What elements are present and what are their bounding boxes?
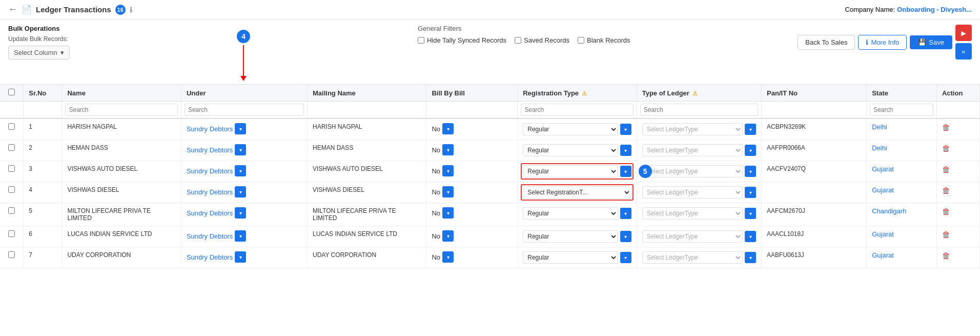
row-bill-dropdown[interactable]: ▾	[442, 165, 454, 176]
row-type-dropdown[interactable]: ▾	[745, 252, 756, 263]
name-search-input[interactable]	[65, 104, 177, 116]
row-under-value[interactable]: Sundry Debtors	[187, 232, 233, 240]
row-type-select[interactable]: Select LedgerType	[642, 165, 743, 177]
row-reg-dropdown[interactable]: ▾	[620, 124, 631, 135]
reg-search-input[interactable]	[521, 104, 633, 116]
row-type-dropdown[interactable]: ▾	[745, 166, 756, 177]
save-button[interactable]: 💾 Save	[910, 35, 952, 49]
delete-row-button[interactable]: 🗑	[942, 144, 950, 153]
more-info-button[interactable]: ℹ More Info	[858, 35, 907, 50]
row-type-ledger: Select LedgerType▾	[637, 203, 761, 226]
collapse-icon: «	[962, 48, 965, 55]
row-type-select[interactable]: Select LedgerType	[642, 251, 743, 264]
filter-saved[interactable]: Saved Records	[515, 36, 569, 44]
delete-row-button[interactable]: 🗑	[942, 230, 950, 240]
delete-row-button[interactable]: 🗑	[942, 165, 950, 174]
row-bill-dropdown[interactable]: ▾	[442, 123, 454, 134]
select-all-checkbox[interactable]	[8, 89, 15, 95]
row-reg-dropdown[interactable]: ▾	[620, 231, 631, 242]
row-reg-select[interactable]: Regular	[523, 123, 618, 135]
row-name: LUCAS INDIAN SERVICE LTD	[62, 226, 181, 247]
select-column-button[interactable]: Select Column ▾	[8, 46, 70, 60]
row-under-dropdown[interactable]: ▾	[235, 186, 246, 197]
row-checkbox-input-7[interactable]	[8, 251, 15, 258]
row-type-dropdown[interactable]: ▾	[745, 124, 756, 135]
row-type-select[interactable]: Select LedgerType	[642, 144, 743, 156]
row-checkbox-input-2[interactable]	[8, 144, 15, 151]
row-bill-dropdown[interactable]: ▾	[442, 230, 454, 242]
row-reg-dropdown[interactable]: ▾	[620, 252, 631, 263]
row-state-value[interactable]: Delhi	[872, 144, 887, 152]
row-checkbox-input-6[interactable]	[8, 230, 15, 237]
row-under-value[interactable]: Sundry Debtors	[187, 125, 233, 133]
delete-row-button[interactable]: 🗑	[942, 251, 950, 261]
row-type-select[interactable]: Select LedgerType	[642, 123, 743, 135]
row-state-value[interactable]: Chandigarh	[872, 207, 906, 215]
blank-records-checkbox[interactable]	[578, 37, 584, 44]
company-name[interactable]: Onboarding - Divyesh...	[897, 6, 972, 13]
row-state-value[interactable]: Gujarat	[872, 230, 894, 238]
delete-row-button[interactable]: 🗑	[942, 123, 950, 132]
under-search-input[interactable]	[185, 104, 304, 116]
row-reg-select[interactable]: Regular	[523, 251, 618, 264]
row-under-dropdown[interactable]: ▾	[235, 144, 246, 155]
row-under-value[interactable]: Sundry Debtors	[187, 253, 233, 261]
row-under-dropdown[interactable]: ▾	[235, 230, 246, 242]
row-type-dropdown[interactable]: ▾	[745, 208, 756, 219]
row-reg-select[interactable]: Select RegistrationT...	[523, 186, 631, 199]
row-under-value[interactable]: Sundry Debtors	[187, 209, 233, 217]
row-under-dropdown[interactable]: ▾	[235, 165, 246, 176]
back-nav-button[interactable]: ←	[8, 4, 17, 15]
type-ledger-warning-icon: ⚠	[692, 90, 698, 96]
hide-tally-checkbox[interactable]	[418, 37, 424, 44]
row-bill-dropdown[interactable]: ▾	[442, 186, 454, 197]
video-button[interactable]: ▶	[955, 25, 972, 41]
row-type-select[interactable]: Select LedgerType	[642, 186, 743, 199]
collapse-button[interactable]: «	[955, 43, 972, 60]
row-reg-dropdown[interactable]: ▾	[620, 208, 631, 219]
delete-row-button[interactable]: 🗑	[942, 207, 950, 216]
row-checkbox-input-4[interactable]	[8, 186, 15, 193]
row-checkbox-input-1[interactable]	[8, 123, 15, 130]
row-under-value[interactable]: Sundry Debtors	[187, 146, 233, 154]
row-reg-select[interactable]: Regular	[523, 165, 618, 177]
filter-hide-tally[interactable]: Hide Tally Synced Records	[418, 36, 506, 44]
row-state-value[interactable]: Gujarat	[872, 251, 894, 259]
row-reg-dropdown[interactable]: ▾	[620, 166, 631, 177]
row-under-dropdown[interactable]: ▾	[235, 207, 246, 219]
page-icon: 📄	[22, 5, 32, 14]
row-under-dropdown[interactable]: ▾	[235, 123, 246, 134]
row-type-select[interactable]: Select LedgerType	[642, 230, 743, 243]
row-type-dropdown[interactable]: ▾	[745, 145, 756, 156]
row-under-value[interactable]: Sundry Debtors	[187, 188, 233, 196]
filter-blank[interactable]: Blank Records	[578, 36, 630, 44]
row-under-dropdown[interactable]: ▾	[235, 251, 246, 263]
row-reg-dropdown[interactable]: ▾	[620, 145, 631, 156]
row-name: MILTON LIFECARE PRIVA TE LIMITED	[62, 203, 181, 226]
back-to-sales-button[interactable]: Back To Sales	[798, 35, 855, 50]
row-state: Gujarat	[867, 161, 937, 182]
row-reg-select[interactable]: Regular	[523, 230, 618, 243]
info-icon[interactable]: ℹ	[130, 6, 132, 14]
row-bill-dropdown[interactable]: ▾	[442, 251, 454, 263]
row-reg-select[interactable]: Regular	[523, 207, 618, 220]
row-checkbox-input-5[interactable]	[8, 207, 15, 214]
type-search-input[interactable]	[640, 104, 758, 116]
row-state-value[interactable]: Gujarat	[872, 165, 894, 173]
row-bill-dropdown[interactable]: ▾	[442, 207, 454, 219]
row-type-select[interactable]: Select LedgerType	[642, 207, 743, 220]
row-type-dropdown[interactable]: ▾	[745, 187, 756, 198]
row-state-value[interactable]: Gujarat	[872, 186, 894, 194]
row-mailing-name: VISHWAS DIESEL	[308, 182, 426, 203]
row-bill-dropdown[interactable]: ▾	[442, 144, 454, 155]
state-search-input[interactable]	[870, 104, 933, 116]
delete-row-button[interactable]: 🗑	[942, 186, 950, 195]
row-checkbox-2	[0, 140, 24, 161]
row-under-value[interactable]: Sundry Debtors	[187, 167, 233, 175]
row-type-dropdown[interactable]: ▾	[745, 231, 756, 242]
row-reg-select[interactable]: Regular	[523, 144, 618, 156]
saved-records-checkbox[interactable]	[515, 37, 521, 44]
row-state-value[interactable]: Delhi	[872, 123, 887, 131]
toolbar: Bulk Operations Update Bulk Records: Sel…	[0, 19, 980, 85]
row-checkbox-input-3[interactable]	[8, 165, 15, 172]
